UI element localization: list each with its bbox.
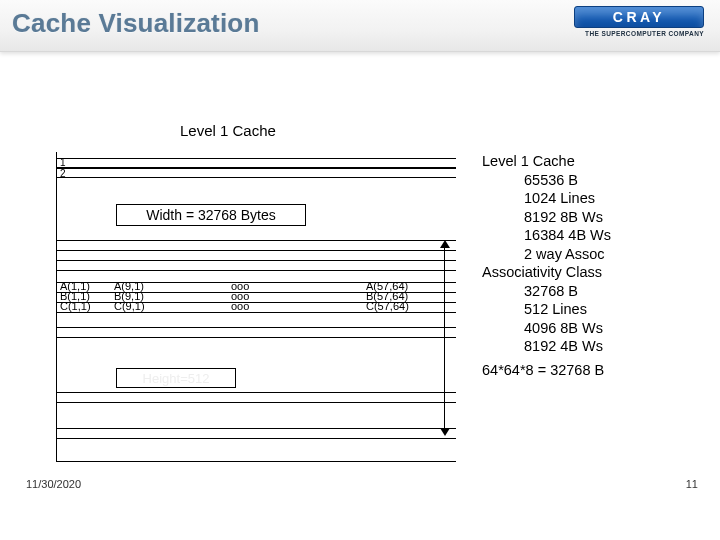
cell-label: C(9,1) — [114, 300, 145, 312]
info-line: 8192 4B Ws — [482, 337, 611, 356]
info-line: 512 Lines — [482, 300, 611, 319]
logo-text: CRAY — [574, 6, 704, 28]
width-label-box: Width = 32768 Bytes — [116, 204, 306, 226]
info-panel: Level 1 Cache 65536 B 1024 Lines 8192 8B… — [482, 152, 611, 356]
line-group-lower — [56, 428, 456, 448]
info-heading: Level 1 Cache — [482, 152, 611, 171]
arrow-down-icon — [440, 428, 450, 436]
line-group — [56, 327, 456, 347]
cell-label: C(57,64) — [366, 300, 409, 312]
cache-diagram: 1 2 Width = 32768 Bytes A(1,1) B(1,1) C(… — [36, 152, 456, 462]
brand-logo: CRAY The Supercomputer Company — [574, 6, 704, 37]
footer-page-number: 11 — [686, 478, 698, 490]
row-2 — [56, 168, 456, 178]
info-line: 4096 8B Ws — [482, 319, 611, 338]
height-label-box: Height=512 — [116, 368, 236, 388]
diagram-caption: Level 1 Cache — [180, 122, 276, 139]
info-heading: Associativity Class — [482, 263, 611, 282]
row-number: 2 — [60, 168, 66, 179]
info-line: 16384 4B Ws — [482, 226, 611, 245]
x-axis — [56, 461, 456, 462]
info-line: 32768 B — [482, 282, 611, 301]
logo-subtitle: The Supercomputer Company — [574, 30, 704, 37]
line-group — [56, 392, 456, 412]
info-line: 8192 8B Ws — [482, 208, 611, 227]
equation-text: 64*64*8 = 32768 B — [482, 362, 604, 378]
footer-date: 11/30/2020 — [26, 478, 81, 490]
line-group-upper — [56, 240, 456, 280]
row-number: 1 — [60, 157, 66, 168]
arrow-up-icon — [440, 240, 450, 248]
info-line: 65536 B — [482, 171, 611, 190]
info-line: 2 way Assoc — [482, 245, 611, 264]
page-title: Cache Visualization — [12, 8, 260, 39]
ellipsis: ooo — [231, 300, 249, 312]
cell-label: C(1,1) — [60, 300, 91, 312]
info-line: 1024 Lines — [482, 189, 611, 208]
header-bar: Cache Visualization CRAY The Supercomput… — [0, 0, 720, 52]
row-1 — [56, 158, 456, 168]
slide-body: Level 1 Cache 1 2 Width = 32768 Bytes A(… — [0, 52, 720, 500]
height-arrow — [440, 240, 450, 436]
